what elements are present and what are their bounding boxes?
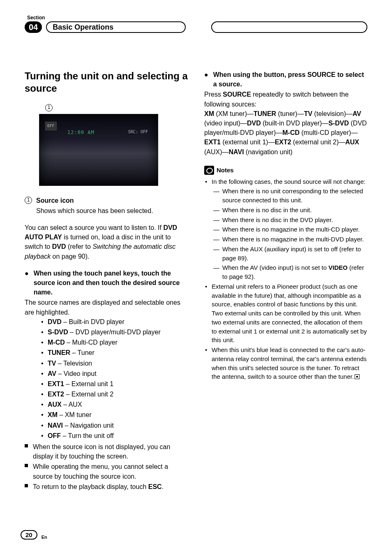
- source-list: DVD – Built-in DVD player S-DVD – DVD pl…: [41, 317, 188, 440]
- square-icon: [25, 444, 28, 447]
- list-item: TUNER – Tuner: [41, 348, 188, 357]
- legend-row: 1 Source icon: [25, 196, 188, 205]
- square-icon: [25, 484, 28, 487]
- notes-header: Notes: [204, 166, 367, 175]
- bullet-icon: ●: [204, 70, 208, 89]
- list-item: TV – Television: [41, 359, 188, 368]
- section-label: Section: [27, 15, 367, 21]
- touch-panel-body: The source names are displayed and selec…: [25, 298, 188, 317]
- list-item: M-CD – Multi-CD player: [41, 338, 188, 347]
- list-item: External unit refers to a Pioneer produc…: [204, 282, 367, 345]
- list-item: EXT2 – External unit 2: [41, 389, 188, 399]
- screenshot-src-off: SRC: OFF: [128, 129, 148, 135]
- list-item: OFF – Turn the unit off: [41, 431, 188, 440]
- list-item: EXT1 – External unit 1: [41, 379, 188, 389]
- legend-title: Source icon: [36, 196, 74, 205]
- touch-panel-heading: ● When using the touch panel keys, touch…: [25, 269, 188, 297]
- list-item: NAVI – Navigation unit: [41, 421, 188, 430]
- square-icon: [25, 464, 28, 467]
- list-item: When there is no disc in the unit.: [212, 206, 367, 215]
- list-item: When there is no unit corresponding to t…: [212, 187, 367, 205]
- language-label: En: [42, 535, 47, 540]
- notes-icon: [204, 166, 214, 175]
- list-item: When there is no disc in the DVD player.: [212, 215, 367, 225]
- screenshot-time: 12:00 AM: [67, 129, 95, 136]
- list-item: In the following cases, the sound source…: [204, 177, 367, 281]
- chapter-title-pill-empty: [211, 21, 367, 33]
- list-item: AUX – AUX: [41, 400, 188, 409]
- chapter-title-pill: Basic Operations: [46, 21, 186, 33]
- intro-paragraph: You can select a source you want to list…: [25, 223, 188, 261]
- square-note-3: To return to the playback display, touch…: [25, 482, 188, 491]
- notes-label: Notes: [217, 166, 234, 175]
- device-screenshot: OFF 12:00 AM SRC: OFF: [39, 114, 158, 186]
- list-item: S-DVD – DVD player/multi-DVD player: [41, 327, 188, 337]
- list-item: When there is no magazine in the multi-C…: [212, 225, 367, 234]
- page-title: Turning the unit on and selecting a sour…: [25, 70, 188, 95]
- chapter-header: 04 Basic Operations: [25, 21, 367, 33]
- notes-list: In the following cases, the sound source…: [204, 177, 367, 382]
- list-item: When the AV (video input) is not set to …: [212, 263, 367, 281]
- page-number: 20: [21, 530, 37, 540]
- button-heading: ● When using the button, press SOURCE to…: [204, 70, 367, 89]
- square-note-2: While operating the menu, you cannot sel…: [25, 462, 188, 481]
- section-number: 04: [25, 21, 42, 33]
- list-item: When the AUX (auxiliary input) is set to…: [212, 245, 367, 263]
- list-item: When there is no magazine in the multi-D…: [212, 235, 367, 244]
- bullet-icon: ●: [25, 269, 29, 297]
- button-body: Press SOURCE repeatedly to switch betwee…: [204, 90, 367, 109]
- legend-desc: Shows which source has been selected.: [36, 206, 188, 215]
- list-item: XM – XM tuner: [41, 410, 188, 419]
- list-item: DVD – Built-in DVD player: [41, 317, 188, 327]
- source-chain: XM (XM tuner)—TUNER (tuner)—TV (televisi…: [204, 109, 367, 157]
- square-note-1: When the source icon is not displayed, y…: [25, 442, 188, 461]
- screenshot-off-box: OFF: [45, 122, 57, 130]
- page-footer: 20 En: [21, 530, 47, 540]
- legend-number: 1: [25, 197, 32, 204]
- list-item: AV – Video input: [41, 369, 188, 378]
- list-item: When this unit's blue lead is connected …: [204, 345, 367, 381]
- callout-1: 1: [45, 104, 53, 111]
- end-square-icon: [355, 374, 360, 379]
